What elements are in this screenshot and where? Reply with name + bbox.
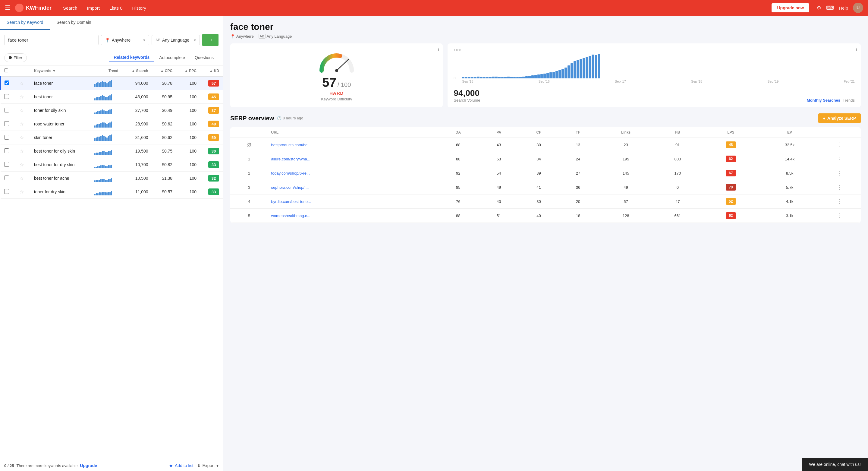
upgrade-button[interactable]: Upgrade now xyxy=(772,3,809,12)
trend-bar xyxy=(102,95,103,101)
serp-tf: 13 xyxy=(559,138,597,152)
add-to-list-button[interactable]: ★ Add to list xyxy=(169,463,193,468)
analyze-serp-button[interactable]: ● Analyze SERP xyxy=(818,113,861,123)
serp-url-link[interactable]: bestproducts.com/be... xyxy=(271,143,311,147)
row-checkbox[interactable] xyxy=(4,189,9,194)
serp-row[interactable]: 2 today.com/shop/6-re... 92 54 39 27 145… xyxy=(230,166,861,180)
serp-lps-badge: 52 xyxy=(726,198,736,205)
keyword-input-wrap[interactable] xyxy=(4,35,98,45)
settings-icon[interactable]: ⚙ xyxy=(816,4,821,11)
row-checkbox[interactable] xyxy=(4,162,9,167)
upgrade-link[interactable]: Upgrade xyxy=(80,463,97,468)
tab-keyword[interactable]: Search by Keyword xyxy=(0,16,50,30)
row-star-cell: ☆ xyxy=(16,104,30,117)
table-row[interactable]: ☆ skin toner 31,600 $0.62 100 59 xyxy=(1,131,223,144)
row-checkbox[interactable] xyxy=(4,94,9,99)
keyboard-icon[interactable]: ⌨ xyxy=(826,4,834,11)
table-row[interactable]: ☆ best toner for dry skin 10,700 $0.82 1… xyxy=(1,158,223,172)
nav-import[interactable]: Import xyxy=(83,4,104,12)
serp-actions-cell: ⋮ xyxy=(818,180,861,195)
volume-bar xyxy=(465,77,467,79)
serp-more-icon[interactable]: ⋮ xyxy=(837,170,842,176)
star-icon[interactable]: ☆ xyxy=(20,121,24,127)
star-icon[interactable]: ☆ xyxy=(20,108,24,113)
table-row[interactable]: ☆ toner for oily skin 27,700 $0.49 100 3… xyxy=(1,104,223,117)
volume-info-icon[interactable]: ℹ xyxy=(856,47,857,52)
row-checkbox[interactable] xyxy=(4,81,9,85)
filter-tab-questions[interactable]: Questions xyxy=(190,53,218,62)
filter-tab-related[interactable]: Related keywords xyxy=(109,53,154,62)
table-row[interactable]: ☆ best toner 43,000 $0.95 100 45 xyxy=(1,90,223,104)
select-all-checkbox[interactable] xyxy=(4,68,8,72)
export-label: Export xyxy=(203,463,215,468)
row-star-cell: ☆ xyxy=(16,131,30,144)
row-checkbox[interactable] xyxy=(4,121,9,126)
serp-header: SERP overview 🕐 3 hours ago ● Analyze SE… xyxy=(230,113,861,123)
serp-url-link[interactable]: today.com/shop/6-re... xyxy=(271,171,310,176)
serp-row[interactable]: 1 allure.com/story/wha... 88 53 34 24 19… xyxy=(230,152,861,166)
tab-monthly-searches[interactable]: Monthly Searches xyxy=(807,98,840,102)
volume-bar xyxy=(516,77,519,79)
serp-url-link[interactable]: byrdie.com/best-tone... xyxy=(271,199,311,204)
export-button[interactable]: ⬇ Export ▾ xyxy=(197,463,218,468)
star-icon[interactable]: ☆ xyxy=(20,176,24,181)
tab-trends[interactable]: Trends xyxy=(843,98,855,102)
serp-row[interactable]: 3 sephora.com/shop/f... 85 49 41 36 49 0… xyxy=(230,180,861,195)
table-row[interactable]: ☆ rose water toner 28,900 $0.62 100 48 xyxy=(1,117,223,131)
nav-search[interactable]: Search xyxy=(59,4,82,12)
table-row[interactable]: ☆ face toner 94,000 $0.78 100 57 xyxy=(1,77,223,90)
star-icon[interactable]: ☆ xyxy=(20,149,24,154)
row-checkbox[interactable] xyxy=(4,135,9,140)
nav-lists[interactable]: Lists 0 xyxy=(105,4,127,12)
filter-tab-autocomplete[interactable]: Autocomplete xyxy=(154,53,190,62)
row-checkbox[interactable] xyxy=(4,108,9,113)
diff-info-icon[interactable]: ℹ xyxy=(438,47,439,52)
serp-url-link[interactable]: allure.com/story/wha... xyxy=(271,157,310,161)
serp-tf: 24 xyxy=(559,152,597,166)
serp-more-icon[interactable]: ⋮ xyxy=(837,156,842,162)
star-icon[interactable]: ☆ xyxy=(20,189,24,195)
serp-row[interactable]: 🖼 bestproducts.com/be... 68 43 30 13 23 … xyxy=(230,138,861,152)
table-row[interactable]: ☆ toner for dry skin 11,000 $0.57 100 33 xyxy=(1,185,223,199)
serp-more-icon[interactable]: ⋮ xyxy=(837,142,842,148)
star-icon[interactable]: ☆ xyxy=(20,162,24,167)
help-icon[interactable]: Help xyxy=(839,5,848,10)
tab-domain[interactable]: Search by Domain xyxy=(50,16,98,30)
keyword-kd-cell: 48 xyxy=(200,117,223,131)
keyword-trend xyxy=(91,144,122,158)
table-row[interactable]: ☆ best toner for acne 10,500 $1.38 100 3… xyxy=(1,172,223,185)
trend-bar xyxy=(99,180,100,182)
volume-sublabel: Search Volume xyxy=(454,98,480,102)
serp-more-icon[interactable]: ⋮ xyxy=(837,184,842,190)
nav-history[interactable]: History xyxy=(128,4,150,12)
keyword-location: 📍 Anywhere xyxy=(230,34,254,38)
user-avatar[interactable]: U xyxy=(853,3,863,13)
row-checkbox[interactable] xyxy=(4,148,9,153)
row-checkbox[interactable] xyxy=(4,176,9,180)
keyword-input[interactable] xyxy=(8,37,95,42)
serp-row[interactable]: 5 womenshealthmag.c... 88 51 40 18 128 6… xyxy=(230,209,861,223)
location-selector[interactable]: 📍 Anywhere ▾ xyxy=(101,35,149,45)
serp-row[interactable]: 4 byrdie.com/best-tone... 76 40 30 20 57… xyxy=(230,195,861,209)
filter-button[interactable]: Filter xyxy=(4,53,27,62)
search-go-button[interactable]: → xyxy=(202,34,218,46)
volume-bar xyxy=(483,77,486,79)
serp-url-link[interactable]: sephora.com/shop/f... xyxy=(271,185,309,190)
star-icon[interactable]: ☆ xyxy=(20,94,24,99)
trend-bar xyxy=(110,151,111,155)
row-star-cell: ☆ xyxy=(16,185,30,199)
serp-more-icon[interactable]: ⋮ xyxy=(837,213,842,218)
volume-bar xyxy=(586,57,588,79)
kd-badge: 37 xyxy=(208,107,219,114)
language-selector[interactable]: AB Any Language ▾ xyxy=(152,35,200,45)
serp-ev: 8.5k xyxy=(761,166,818,180)
star-icon[interactable]: ☆ xyxy=(20,81,24,86)
volume-bar xyxy=(504,77,507,79)
table-row[interactable]: ☆ best toner for oily skin 19,500 $0.75 … xyxy=(1,144,223,158)
serp-url-link[interactable]: womenshealthmag.c... xyxy=(271,213,310,218)
chat-widget[interactable]: We are online, chat with us! xyxy=(802,458,868,471)
hamburger-icon[interactable]: ☰ xyxy=(5,4,10,11)
star-icon[interactable]: ☆ xyxy=(20,135,24,140)
serp-more-icon[interactable]: ⋮ xyxy=(837,198,842,204)
trend-bar xyxy=(110,192,111,196)
